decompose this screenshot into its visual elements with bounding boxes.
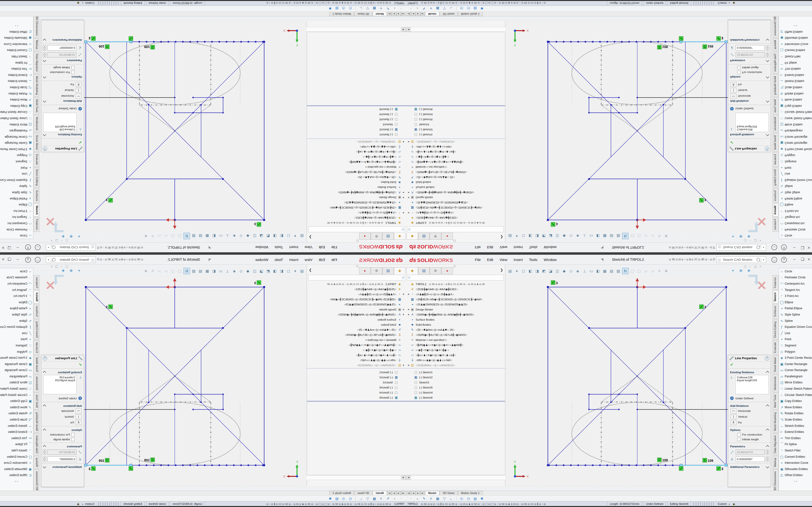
curvature-icon[interactable]: ▱ <box>650 268 656 274</box>
additional-parameters-header[interactable]: Additional Parameters <box>41 38 84 43</box>
search-icon[interactable] <box>756 245 760 249</box>
tool-extend-entities[interactable]: ⊢Extend Entities <box>0 72 33 78</box>
display-style-icon[interactable]: ▦ <box>204 233 210 239</box>
tool-circle[interactable]: ○Circle <box>0 232 33 239</box>
tool-intersection-curve[interactable]: ≈Intersection Curve <box>779 460 812 466</box>
tool-rotate-entities[interactable]: ↻Rotate Entities <box>0 410 33 417</box>
normal-to-icon[interactable]: ⊥ <box>224 268 231 274</box>
tab-configurationmanager[interactable]: ⊕ <box>371 267 382 274</box>
tool-scale-entities[interactable]: ◹Scale Entities <box>0 416 33 423</box>
parameters-header[interactable]: Parameters <box>728 58 771 63</box>
help-icon[interactable]: ? <box>781 244 787 250</box>
appearance-sphere-icon[interactable]: ● <box>730 234 736 240</box>
relation-list-item[interactable]: Equal length109 <box>45 379 75 382</box>
checkbox[interactable] <box>737 66 741 69</box>
exit-sketch-icon[interactable]: ↻ <box>184 233 190 239</box>
sketch-visibility-icon[interactable]: ▱ <box>163 268 169 274</box>
tool-move-entities[interactable]: ↗Move Entities <box>0 97 33 103</box>
tree-item[interactable]: ▢(-) Sketch4 <box>406 390 505 395</box>
tree-item[interactable]: Σ○25ИΝ◉∘╋Α∪³3Ε○◎○3Ε³∪Α╋∘◉ΝИ25○ <box>406 332 505 337</box>
collinear-relation-badge[interactable] <box>679 466 683 470</box>
tab-featuremanager-tree[interactable]: ◆ <box>394 267 406 274</box>
scene-sphere-icon[interactable]: ◉ <box>738 234 744 240</box>
search-dropdown-icon[interactable]: ▼ <box>761 246 766 249</box>
tree-item[interactable]: ▶◔○Λ♟◉╋25∘ε○◎○ε∘25╋◉♟Λ○ <box>307 210 406 215</box>
tool-sketch-fillet[interactable]: ◝Sketch Fillet <box>0 447 33 454</box>
panel-expand-icon[interactable]: ❯ <box>309 268 312 272</box>
tool-corner-rectangle[interactable]: ▭Corner Rectangle <box>779 367 812 374</box>
curvature-icon[interactable]: ▱ <box>650 233 656 239</box>
additional-parameters-header[interactable]: Additional Parameters <box>728 38 771 43</box>
tool-circle[interactable]: ○Circle <box>0 268 33 275</box>
tool-tangent-arc[interactable]: ◝Tangent Arc <box>779 214 812 220</box>
tab-nav-icon[interactable]: |◀ <box>406 491 411 495</box>
tree-filter-field[interactable]: ▽ <box>407 275 504 281</box>
pin-icon[interactable]: ◥ <box>208 258 211 261</box>
tool-perimeter-circle[interactable]: ◌Perimeter Circle <box>0 275 33 281</box>
tab-model[interactable]: Model <box>425 491 439 495</box>
tool-rotate-entities[interactable]: ↻Rotate Entities <box>0 91 33 97</box>
view-back-icon[interactable]: ◧ <box>278 233 285 239</box>
tool-copy-entities[interactable]: ▣Copy Entities <box>779 398 812 404</box>
corner-axis-icon[interactable]: ∟ <box>449 7 454 11</box>
appearance-sphere-icon[interactable]: ● <box>76 267 82 273</box>
status-display-mode[interactable]: Custom ▴ <box>718 502 730 505</box>
gear-blue-icon[interactable]: ✱ <box>479 7 485 11</box>
tree-item[interactable]: ┼○ИΝ∘϶∘♟◉○◎○◉♟∘϶∘ΝИ○ <box>307 145 406 150</box>
ok-check-icon[interactable]: ✔ <box>728 362 771 368</box>
angle-field[interactable]: 0.00000000° <box>735 457 765 462</box>
tree-item[interactable]: Σ○25ИΝ◉∘╋Α∪³3Ε○◎○3Ε³∪Α╋∘◉ΝИ25○ <box>406 170 505 175</box>
tool-circle[interactable]: ○Circle <box>779 268 812 275</box>
tab-nav-icon[interactable]: ▶ <box>416 491 420 495</box>
vertical-relation-button[interactable]: |Vertical <box>41 88 84 93</box>
tree-item[interactable]: ≡Material < not specified > <box>406 337 505 342</box>
tab-3d-views[interactable]: 3D Views <box>354 491 372 495</box>
open-document-icon[interactable]: ▤ <box>299 268 305 274</box>
tree-item[interactable]: ▶▣Design Binder <box>307 195 406 200</box>
tree-item[interactable]: ▱○⋅◉╋○✳◉Ι○◎○Ι◉✳○╋◉⋅○ <box>307 347 406 352</box>
search-dropdown-icon[interactable]: ▼ <box>761 259 766 261</box>
menu-item-file[interactable]: File <box>331 258 337 262</box>
scroll-left-icon[interactable]: ◀ <box>406 27 411 32</box>
tool-convert-entities[interactable]: ▢Convert Entities <box>779 454 812 460</box>
tool-mirror-entities[interactable]: ◫Mirror Entities <box>779 121 812 128</box>
tool-point[interactable]: ▪Point <box>779 165 812 171</box>
options-header[interactable]: Options <box>41 75 84 80</box>
ok-check-icon[interactable]: ✔ <box>41 139 84 145</box>
section-view-icon[interactable]: ◧ <box>595 233 601 239</box>
view-front-icon[interactable]: ◻ <box>286 233 292 239</box>
tree-item[interactable]: ▶A○25ИΝ◉∘╋Α╋◉ИΝΑ○◎○ΑΝИ◉╋Α╋∘◉ΝИ25○ <box>307 312 406 317</box>
panel-help-icon[interactable]: ? <box>43 147 47 151</box>
tool-three-point-arc[interactable]: ◜3 Point Arc <box>0 208 33 214</box>
tool-convert-entities[interactable]: ▢Convert Entities <box>779 47 812 54</box>
display-bars-icon[interactable]: ≡ <box>378 7 384 11</box>
expand-arrow-icon[interactable]: ▶ <box>402 293 405 295</box>
checkbox[interactable] <box>737 438 741 441</box>
tab-nav-buttons[interactable]: |◀◀▶▶| <box>387 491 406 495</box>
equal-relation-badge[interactable]: 109 <box>657 45 668 49</box>
tab-direct-editing[interactable]: Direct Editing <box>773 320 778 340</box>
tree-item[interactable]: ■Solid Bodies <box>307 180 406 185</box>
tool-extend-entities[interactable]: ⊢Extend Entities <box>779 429 812 435</box>
collinear-relation-badge[interactable] <box>679 37 683 41</box>
tool-intersection-curve[interactable]: ≈Intersection Curve <box>779 41 812 47</box>
tree-item[interactable]: ▢(-) Sketch5 <box>406 117 505 122</box>
tree-item[interactable]: ✎○25⋅∩✱♟Αm○◎○mΑ♟✱∩⋅25○ <box>406 327 505 332</box>
tree-item[interactable]: ▦(-) Sketch2 <box>406 375 505 380</box>
collinear-relation-badge[interactable]: 3 <box>254 222 261 226</box>
view-right-icon[interactable]: ◩ <box>265 268 271 274</box>
filmstrip-2-icon[interactable]: ◕ <box>415 497 420 501</box>
zebra-stripes-icon[interactable]: ▨ <box>615 233 621 239</box>
tab-configurationmanager[interactable]: ⊕ <box>430 267 441 274</box>
tree-item[interactable]: ★○253Ε╋◉ΛΑΦ○◎○ΦΑΛ◉╋Ε352○ <box>307 287 406 292</box>
collinear-relation-badge[interactable]: 3 <box>717 36 723 41</box>
tool-style-spline[interactable]: ∿Style Spline <box>0 189 33 195</box>
tool-silhouette-entities[interactable]: ◉Silhouette Entities <box>779 466 812 472</box>
tree-item[interactable]: ▦○25╋3Ε25○ИΝ◉∘╋ƆC3ΕΝ25○◎○25Ν3ΕƆC╋∘◉ΝИ○ <box>307 297 406 302</box>
equal-relation-badge[interactable]: 109 <box>703 458 713 463</box>
tool-move-entities[interactable]: ↗Move Entities <box>779 404 812 410</box>
menu-item-insert[interactable]: Insert <box>289 258 298 262</box>
settings-gear-icon[interactable]: ✱ <box>663 233 669 239</box>
grid-calculator-icon[interactable]: ▦ <box>435 497 440 501</box>
exit-sketch-icon[interactable]: ↻ <box>184 268 190 274</box>
